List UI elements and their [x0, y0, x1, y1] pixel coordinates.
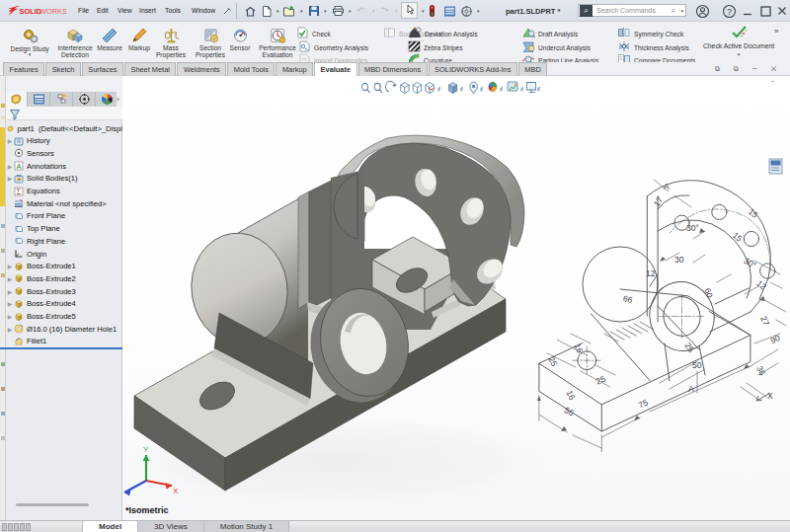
svg-text:X: X	[767, 391, 773, 401]
svg-text:27: 27	[758, 315, 771, 328]
svg-text:66: 66	[622, 293, 634, 305]
svg-text:30: 30	[674, 255, 684, 265]
svg-text:56: 56	[563, 405, 576, 418]
svg-text:Y: Y	[143, 445, 149, 454]
svg-text:30°: 30°	[686, 223, 699, 233]
svg-text:A: A	[688, 384, 694, 394]
svg-text:?: ?	[727, 7, 732, 17]
svg-text:A: A	[664, 182, 670, 191]
svg-text:17: 17	[652, 194, 666, 208]
svg-text:25: 25	[546, 355, 559, 368]
svg-text:25: 25	[682, 341, 696, 354]
svg-text:16: 16	[564, 389, 577, 402]
svg-text:75: 75	[637, 397, 650, 410]
svg-text:50: 50	[692, 360, 702, 370]
svg-text:A: A	[17, 163, 22, 170]
svg-text:16: 16	[572, 342, 585, 354]
svg-text:12: 12	[754, 278, 768, 292]
svg-text:90: 90	[769, 333, 782, 345]
svg-text:60: 60	[702, 286, 715, 299]
svg-text:12: 12	[646, 268, 656, 278]
svg-text:15: 15	[747, 206, 760, 220]
svg-text:15: 15	[731, 230, 745, 244]
svg-text:30°: 30°	[743, 256, 758, 270]
svg-text:36: 36	[754, 364, 767, 377]
svg-text:Σ: Σ	[17, 187, 21, 195]
svg-text:X: X	[173, 487, 179, 495]
